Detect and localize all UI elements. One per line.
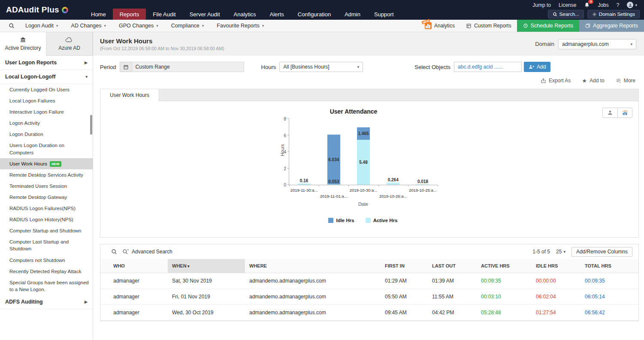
- y-tick-mark: [287, 151, 289, 152]
- calendar-button[interactable]: [120, 62, 132, 72]
- sidebar-item-currently-logged-on-users[interactable]: Currently Logged On Users: [0, 84, 93, 95]
- column-header-last-out[interactable]: LAST OUT: [428, 259, 477, 273]
- menu-gpo-changes[interactable]: GPO Changes▾: [112, 23, 165, 29]
- period-input[interactable]: [132, 62, 244, 72]
- custom-reports-label: Custom Reports: [474, 23, 511, 29]
- bar-segment-active-hrs[interactable]: [298, 184, 311, 185]
- column-header-idle-hrs[interactable]: IDLE HRS: [532, 259, 581, 273]
- nav-item-analytics[interactable]: Analytics: [227, 9, 263, 20]
- sidebar-item-computer-startup-and-shutdown[interactable]: Computer Startup and Shutdown: [0, 225, 93, 236]
- license-link[interactable]: License: [559, 2, 576, 8]
- column-header-who[interactable]: WHO: [100, 259, 168, 273]
- bar-segment-active-hrs[interactable]: [327, 184, 340, 185]
- domain-select[interactable]: admanagerplus.com ▾: [558, 39, 636, 49]
- sidebar-item-radius-logon-history-nps[interactable]: RADIUS Logon History(NPS): [0, 214, 93, 225]
- hours-select[interactable]: All [Business Hours] ▾: [279, 62, 363, 72]
- nav-item-file-audit[interactable]: File Audit: [146, 9, 182, 20]
- more-button[interactable]: More: [616, 78, 635, 84]
- custom-reports-button[interactable]: Custom Reports: [460, 20, 517, 32]
- sidebar-item-logon-duration[interactable]: Logon Duration: [0, 129, 93, 140]
- chart-type-button[interactable]: [617, 108, 632, 117]
- bar-segment-active-hrs[interactable]: [416, 184, 429, 185]
- cell-when: Wed, 30 Oct 2019: [168, 305, 245, 321]
- add-objects-button[interactable]: Add: [524, 62, 550, 72]
- nav-item-reports[interactable]: Reports: [113, 9, 146, 20]
- nav-item-admin[interactable]: Admin: [338, 9, 367, 20]
- sidebar-section-local-logon-logoff[interactable]: Local Logon-Logoff▾: [0, 70, 93, 84]
- app-logo[interactable]: ADAudit Plus: [0, 0, 84, 20]
- add-to-button[interactable]: ★ Add to: [582, 78, 604, 84]
- column-header-where[interactable]: WHERE: [245, 259, 381, 273]
- legend-label: Idle Hrs: [336, 218, 354, 223]
- chart-legend: Idle HrsActive Hrs: [289, 218, 437, 223]
- menu-compliance[interactable]: Compliance▾: [165, 23, 211, 29]
- sidebar-section-user-logon-reports[interactable]: User Logon Reports▶: [0, 56, 93, 70]
- toolbar-search-button[interactable]: [4, 23, 19, 29]
- sidebar-item-logon-activity[interactable]: Logon Activity: [0, 117, 93, 129]
- column-header-total-hrs[interactable]: TOTAL HRS: [581, 259, 638, 273]
- select-objects-input[interactable]: [454, 62, 522, 72]
- legend-active-hrs[interactable]: Active Hrs: [366, 218, 398, 223]
- nav-item-home[interactable]: Home: [84, 9, 113, 20]
- column-header-active-hrs[interactable]: ACTIVE HRS: [477, 259, 532, 273]
- nav-item-server-audit[interactable]: Server Audit: [183, 9, 227, 20]
- menu-ad-changes[interactable]: AD Changes▾: [65, 23, 112, 29]
- tab-azure-ad[interactable]: Azure AD: [46, 32, 93, 56]
- notifications-button[interactable]: 3: [584, 2, 590, 8]
- export-as-button[interactable]: Export As: [541, 78, 571, 84]
- sidebar-scrollbar[interactable]: [90, 115, 92, 135]
- jump-to-link[interactable]: Jump to: [532, 2, 551, 8]
- analytics-button[interactable]: NEW Analytics: [419, 20, 460, 32]
- page-size-select[interactable]: 25 ▾: [556, 249, 565, 255]
- nav-item-alerts[interactable]: Alerts: [263, 9, 291, 20]
- section-label: Local Logon-Logoff: [5, 74, 55, 80]
- account-menu[interactable]: ▾: [627, 2, 637, 8]
- column-header-when[interactable]: WHEN ▾: [168, 259, 245, 273]
- column-header-first-in[interactable]: FIRST IN: [381, 259, 428, 273]
- menu-label: GPO Changes: [119, 23, 154, 29]
- advanced-search-button[interactable]: Advanced Search: [122, 249, 172, 255]
- legend-swatch: [366, 218, 371, 223]
- table-card: Advanced Search 1-5 of 5 25 ▾ Add/Remove…: [100, 244, 639, 321]
- nav-item-support[interactable]: Support: [367, 9, 401, 20]
- help-button[interactable]: ?: [617, 2, 620, 8]
- sidebar-item-local-logon-failures[interactable]: Local Logon Failures: [0, 95, 93, 106]
- aggregate-reports-button[interactable]: Aggregate Reports: [579, 20, 644, 32]
- chevron-right-icon: ▶: [85, 300, 88, 304]
- table-search-button[interactable]: [111, 249, 117, 255]
- bar-value-label: 0.264: [380, 178, 406, 182]
- add-remove-columns-button[interactable]: Add/Remove Columns: [571, 247, 632, 257]
- tab-user-work-hours[interactable]: User Work Hours: [100, 89, 159, 101]
- sidebar-item-user-work-hours[interactable]: User Work HoursNEW: [0, 158, 93, 169]
- sidebar-item-users-logon-duration-on-computers[interactable]: Users Logon Duration on Computers: [0, 140, 93, 158]
- schedule-reports-button[interactable]: Schedule Reports: [517, 20, 579, 32]
- jobs-link[interactable]: Jobs: [598, 2, 608, 8]
- sidebar-item-radius-logon-failures-nps[interactable]: RADIUS Logon Failures(NPS): [0, 203, 93, 214]
- cell-idle-hrs: 00:00:00: [532, 273, 581, 289]
- tab-active-directory[interactable]: Active Directory: [0, 32, 46, 56]
- domain-label: Domain: [535, 41, 554, 47]
- sidebar-item-computer-last-startup-and-shutdown[interactable]: Computer Last Startup and Shutdown: [0, 236, 93, 254]
- bar-value-label: 0.018: [410, 179, 435, 184]
- legend-idle-hrs[interactable]: Idle Hrs: [328, 218, 354, 223]
- sidebar-item-interactive-logon-failure[interactable]: Interactive Logon Failure: [0, 106, 93, 117]
- toolbar-left: Logon Audit▾AD Changes▾GPO Changes▾Compl…: [0, 20, 270, 32]
- chart-user-toggle-button[interactable]: [603, 108, 617, 117]
- domain-settings-button[interactable]: Domain Settings: [587, 10, 640, 18]
- menu-logon-audit[interactable]: Logon Audit▾: [19, 23, 65, 29]
- menu-favourite-reports[interactable]: Favourite Reports▾: [210, 23, 270, 29]
- sidebar-item-label: Local Logon Failures: [9, 98, 55, 103]
- sidebar-item-remote-desktop-services-activity[interactable]: Remote Desktop Services Activity: [0, 169, 93, 181]
- sidebar-item-remote-desktop-gateway[interactable]: Remote Desktop Gateway: [0, 192, 93, 203]
- search-button[interactable]: Search...: [548, 10, 584, 18]
- sidebar-section-adfs-auditing[interactable]: ADFS Auditing▶: [0, 295, 93, 309]
- nav-item-configuration[interactable]: Configuration: [291, 9, 338, 20]
- sidebar-item-terminated-users-session[interactable]: Terminated Users Session: [0, 181, 93, 192]
- tab-label: Azure AD: [58, 45, 80, 51]
- sidebar-item-computers-not-shutdown[interactable]: Computers not Shutdown: [0, 255, 93, 266]
- table-body: admanagerSat, 30 Nov 2019admandemo.adman…: [100, 273, 638, 321]
- sidebar-item-recently-detected-replay-attack[interactable]: Recently Detected Replay Attack: [0, 266, 93, 277]
- sidebar-item-special-groups-have-been-assigned-to-a-new-logon[interactable]: Special Groups have been assigned to a N…: [0, 277, 93, 295]
- bar-segment-active-hrs[interactable]: [387, 183, 399, 185]
- search-icon: [9, 23, 15, 29]
